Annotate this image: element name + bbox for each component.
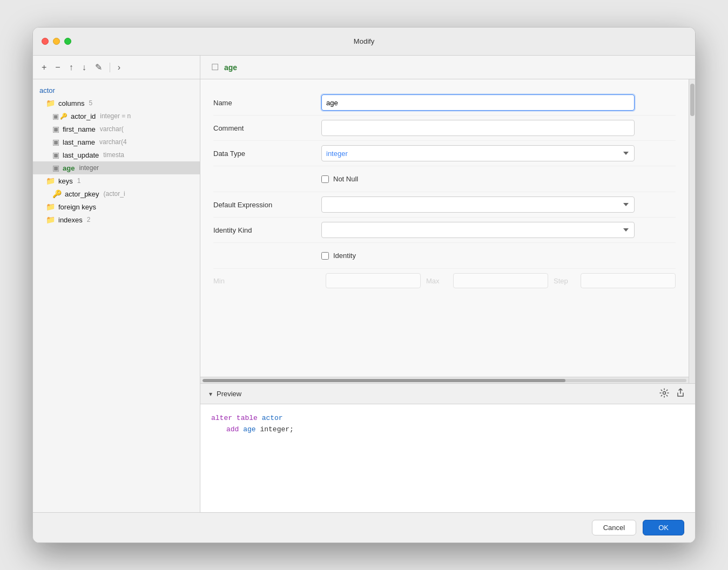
datatype-row: Data Type integer varchar text boolean t… bbox=[213, 141, 676, 166]
sidebar: + − ↑ ↓ ✎ › actor 📁 columns 5 bbox=[33, 56, 200, 512]
preview-title-row: ▾ Preview bbox=[209, 390, 241, 398]
identity-kind-select[interactable]: ALWAYS BY DEFAULT bbox=[321, 222, 635, 238]
identity-field: Identity bbox=[321, 247, 635, 264]
tree-item-indexes[interactable]: 📁 indexes 2 bbox=[33, 213, 200, 226]
datatype-field: integer varchar text boolean timestamp n… bbox=[321, 145, 635, 161]
folder-icon: 📁 bbox=[46, 99, 55, 107]
move-up-button[interactable]: ↑ bbox=[67, 62, 76, 73]
default-expression-select[interactable]: NULL CURRENT_TIMESTAMP bbox=[321, 196, 635, 213]
max-input[interactable] bbox=[453, 273, 548, 288]
comment-label: Comment bbox=[213, 124, 321, 132]
preview-title: Preview bbox=[217, 390, 241, 398]
identity-checkbox[interactable] bbox=[321, 252, 329, 260]
sidebar-toolbar: + − ↑ ↓ ✎ › bbox=[33, 56, 200, 79]
sidebar-tree[interactable]: actor 📁 columns 5 ▣ 🔑 actor_id integer =… bbox=[33, 79, 200, 512]
tree-item-age[interactable]: ▣ age integer bbox=[33, 161, 200, 174]
traffic-lights bbox=[42, 38, 71, 45]
tree-item-keys[interactable]: 📁 keys 1 bbox=[33, 174, 200, 187]
close-button[interactable] bbox=[42, 38, 49, 45]
tree-item-last-update[interactable]: ▣ last_update timesta bbox=[33, 148, 200, 161]
identity-checkbox-row: Identity bbox=[321, 247, 635, 264]
code-table-name: actor bbox=[262, 414, 283, 422]
preview-actions bbox=[658, 387, 686, 401]
default-expression-label: Default Expression bbox=[213, 201, 321, 209]
notnull-field: Not Null bbox=[321, 171, 635, 187]
code-line-2: add age integer; bbox=[211, 424, 684, 436]
col-icon: ▣ bbox=[52, 151, 59, 159]
titlebar: Modify bbox=[33, 28, 695, 56]
code-keyword-alter: alter bbox=[211, 414, 232, 422]
tree-item-actor-pkey[interactable]: 🔑 actor_pkey (actor_i bbox=[33, 187, 200, 200]
vertical-scrollbar[interactable] bbox=[689, 79, 695, 383]
col-icon: ▣ bbox=[52, 112, 59, 120]
main-panel: ☐ age Name bbox=[200, 56, 695, 512]
preview-chevron-icon[interactable]: ▾ bbox=[209, 390, 212, 398]
preview-settings-button[interactable] bbox=[658, 387, 670, 401]
folder-icon: 📁 bbox=[46, 177, 55, 185]
step-input[interactable] bbox=[581, 273, 676, 288]
notnull-checkbox[interactable] bbox=[321, 175, 329, 183]
main-header: ☐ age bbox=[200, 56, 695, 79]
window-title: Modify bbox=[354, 37, 374, 45]
col-icon: ▣ bbox=[52, 164, 59, 172]
form-container: Name Comment bbox=[200, 79, 689, 383]
tree-item-columns[interactable]: 📁 columns 5 bbox=[33, 97, 200, 110]
folder-icon: 📁 bbox=[46, 202, 55, 211]
remove-button[interactable]: − bbox=[53, 62, 62, 73]
add-button[interactable]: + bbox=[39, 62, 49, 73]
max-label: Max bbox=[426, 277, 448, 285]
preview-export-button[interactable] bbox=[675, 387, 686, 401]
edit-button[interactable]: ✎ bbox=[93, 61, 104, 73]
tree-item-last-name[interactable]: ▣ last_name varchar(4 bbox=[33, 135, 200, 148]
min-input[interactable] bbox=[326, 273, 421, 288]
vert-scrollbar-thumb[interactable] bbox=[690, 84, 695, 116]
preview-code: alter table actor add age integer; bbox=[200, 404, 695, 512]
col-icon: ▣ bbox=[52, 138, 59, 146]
identity-row: Identity bbox=[213, 243, 676, 269]
default-expression-field: NULL CURRENT_TIMESTAMP bbox=[321, 196, 635, 213]
datatype-select[interactable]: integer varchar text boolean timestamp n… bbox=[321, 145, 635, 161]
minmaxstep-row: Min Max Step bbox=[213, 269, 676, 293]
tree-item-first-name[interactable]: ▣ first_name varchar( bbox=[33, 123, 200, 135]
comment-field bbox=[321, 120, 635, 136]
header-table-icon: ☐ bbox=[211, 62, 219, 72]
notnull-checkbox-row: Not Null bbox=[321, 171, 635, 187]
move-down-button[interactable]: ↓ bbox=[80, 62, 89, 73]
cancel-button[interactable]: Cancel bbox=[592, 520, 636, 535]
scrollbar-thumb[interactable] bbox=[203, 379, 565, 382]
code-column-name: age bbox=[243, 425, 255, 433]
content-area: + − ↑ ↓ ✎ › actor 📁 columns 5 bbox=[33, 56, 695, 512]
ok-button[interactable]: OK bbox=[643, 520, 684, 535]
notnull-row: Not Null bbox=[213, 166, 676, 192]
comment-row: Comment bbox=[213, 116, 676, 141]
scrollbar-track bbox=[203, 379, 686, 382]
footer: Cancel OK bbox=[33, 512, 695, 542]
datatype-label: Data Type bbox=[213, 150, 321, 158]
form-scroll: Name Comment bbox=[200, 79, 689, 377]
code-keyword-table: table bbox=[237, 414, 258, 422]
main-window: Modify + − ↑ ↓ ✎ › actor bbox=[32, 27, 696, 543]
expand-button[interactable]: › bbox=[116, 62, 123, 73]
maximize-button[interactable] bbox=[64, 38, 71, 45]
preview-header: ▾ Preview bbox=[200, 384, 695, 404]
code-keyword-add: add bbox=[226, 425, 239, 433]
preview-section: ▾ Preview bbox=[200, 383, 695, 512]
minimize-button[interactable] bbox=[53, 38, 60, 45]
step-label: Step bbox=[554, 277, 575, 285]
key-icon: 🔑 bbox=[60, 113, 68, 120]
notnull-label: Not Null bbox=[333, 175, 358, 183]
name-input[interactable] bbox=[321, 94, 635, 111]
tree-root-actor[interactable]: actor bbox=[33, 84, 200, 97]
tree-item-foreign-keys[interactable]: 📁 foreign keys bbox=[33, 200, 200, 213]
name-label: Name bbox=[213, 99, 321, 107]
svg-point-0 bbox=[663, 391, 666, 394]
horizontal-scrollbar[interactable] bbox=[200, 377, 689, 383]
code-line-1: alter table actor bbox=[211, 413, 684, 424]
header-column-name: age bbox=[224, 63, 237, 72]
default-expression-row: Default Expression NULL CURRENT_TIMESTAM… bbox=[213, 192, 676, 218]
identity-kind-field: ALWAYS BY DEFAULT bbox=[321, 222, 635, 238]
toolbar-divider bbox=[110, 63, 110, 72]
min-label: Min bbox=[213, 277, 321, 285]
tree-item-actor-id[interactable]: ▣ 🔑 actor_id integer = n bbox=[33, 110, 200, 123]
comment-input[interactable] bbox=[321, 120, 635, 136]
